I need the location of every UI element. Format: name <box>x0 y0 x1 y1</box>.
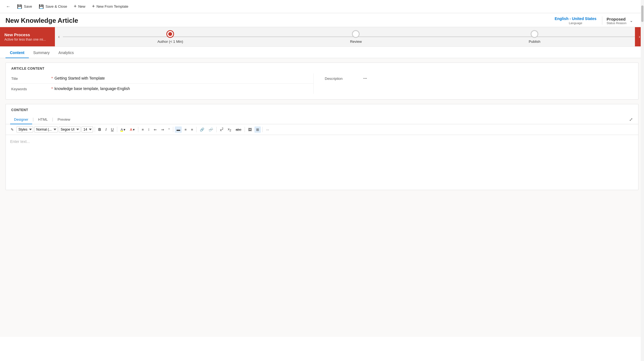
article-field-grid: Title * Getting Started with Template Ke… <box>11 73 633 94</box>
font-select[interactable]: Segoe UI <box>59 126 80 132</box>
field-keywords-required-indicator: * <box>51 86 53 91</box>
tab-content[interactable]: Content <box>5 47 29 58</box>
new-button[interactable]: + New <box>71 2 88 11</box>
blockquote-button[interactable]: “ <box>167 126 171 133</box>
process-step-review: Review <box>350 30 362 44</box>
status-section: Proposed Status Reason ⌄ <box>602 17 639 25</box>
font-color-button[interactable]: A ▾ <box>128 126 136 133</box>
field-keywords-row: Keywords * knowledge base template, lang… <box>11 84 314 94</box>
superscript-icon: x2 <box>220 127 223 132</box>
scroll-thumb[interactable] <box>641 5 643 22</box>
field-description-value[interactable]: --- <box>363 76 633 80</box>
unlink-button[interactable]: 🔗 <box>207 126 215 133</box>
indent-increase-button[interactable]: ⇒ <box>159 126 166 133</box>
align-left-icon: ≡ <box>142 128 144 132</box>
image-button[interactable]: 🖼 <box>247 126 253 133</box>
more-button[interactable]: ··· <box>264 126 271 133</box>
process-prev-button[interactable]: ‹ <box>55 27 63 46</box>
article-content-card: ARTICLE CONTENT Title * Getting Started … <box>5 63 639 100</box>
editor-tabs: Designer | HTML | Preview ⤢ <box>6 115 638 124</box>
editor-tab-preview[interactable]: Preview <box>54 115 74 124</box>
article-fields-right: Description --- <box>322 73 633 94</box>
status-chevron[interactable]: ⌄ <box>629 17 634 24</box>
main-content: ARTICLE CONTENT Title * Getting Started … <box>0 58 644 337</box>
process-steps: Author (< 1 Min) Review Publish <box>63 30 635 44</box>
bold-button[interactable]: B <box>97 126 103 133</box>
process-badge-sub: Active for less than one mi... <box>4 38 51 41</box>
styles-select[interactable]: Styles <box>16 126 33 132</box>
format-select[interactable]: Normal (... <box>34 126 58 132</box>
italic-icon: I <box>105 127 107 132</box>
new-template-icon: + <box>92 4 95 9</box>
toolbar-sep-7 <box>245 127 245 132</box>
underline-button[interactable]: U <box>109 126 115 133</box>
highlight-icon: A <box>121 128 123 132</box>
align-left-button[interactable]: ≡ <box>140 126 145 133</box>
font-color-dropdown-icon: ▾ <box>133 128 135 132</box>
editor-tab-designer[interactable]: Designer <box>10 115 32 124</box>
step-label-review: Review <box>350 40 362 44</box>
toolbar-sep-3 <box>138 127 138 132</box>
new-process-badge: New Process Active for less than one mi.… <box>0 27 55 46</box>
align-right-button[interactable]: ≡ <box>189 126 195 133</box>
toolbar-sep-1 <box>95 127 95 132</box>
save-close-button[interactable]: 💾 Save & Close <box>36 2 70 11</box>
unlink-icon: 🔗 <box>209 128 213 132</box>
link-button[interactable]: 🔗 <box>198 126 206 133</box>
field-title-value[interactable]: Getting Started with Template <box>54 76 305 80</box>
language-label: Language <box>555 21 596 25</box>
process-step-author: Author (< 1 Min) <box>157 30 183 44</box>
align-block-button[interactable]: ▬ <box>175 126 182 133</box>
page-title: New Knowledge Article <box>5 17 78 24</box>
blockquote-icon: “ <box>169 128 170 132</box>
toolbar-sep-8 <box>262 127 263 132</box>
field-title-required-indicator: * <box>51 76 53 80</box>
save-button[interactable]: 💾 Save <box>14 2 35 11</box>
editor-tab-html[interactable]: HTML <box>34 115 52 124</box>
field-keywords-value[interactable]: knowledge base template, language-Englis… <box>54 86 305 91</box>
editor-placeholder[interactable]: Enter text... <box>10 139 30 144</box>
highlight-button[interactable]: A ▾ <box>119 126 127 133</box>
scrollbar[interactable] <box>641 0 644 337</box>
list-bullet-button[interactable]: ⁞ <box>147 126 151 133</box>
process-bar: New Process Active for less than one mi.… <box>0 27 644 47</box>
strikethrough-button[interactable]: abc <box>234 126 243 133</box>
indent-decrease-button[interactable]: ⇐ <box>152 126 158 133</box>
subscript-icon: x2 <box>228 127 231 132</box>
underline-icon: U <box>111 127 114 132</box>
indent-increase-icon: ⇒ <box>161 128 164 132</box>
article-content-body: Title * Getting Started with Template Ke… <box>6 73 638 99</box>
italic-button[interactable]: I <box>104 126 108 133</box>
editor-body: Enter text... <box>6 135 638 190</box>
status-text: Proposed Status Reason <box>607 17 626 25</box>
content-section-header: CONTENT <box>6 104 638 115</box>
page-header: New Knowledge Article English - United S… <box>0 13 644 27</box>
expand-icon[interactable]: ⤢ <box>628 116 634 123</box>
brush-icon: ✎ <box>11 128 14 132</box>
table-button[interactable]: ⊞ <box>254 126 261 133</box>
back-button[interactable]: ← <box>3 2 13 12</box>
step-label-author: Author (< 1 Min) <box>157 40 183 44</box>
field-keywords-label: Keywords <box>11 86 50 91</box>
new-icon: + <box>74 4 77 9</box>
step-circle-author <box>166 30 174 38</box>
editor-tab-divider-1: | <box>33 117 34 122</box>
align-center-icon: ≡ <box>184 128 187 132</box>
strikethrough-icon: abc <box>236 128 241 132</box>
new-from-template-button[interactable]: + New From Template <box>89 2 131 11</box>
size-select[interactable]: 14 <box>82 126 93 132</box>
image-icon: 🖼 <box>248 128 252 132</box>
header-right: English - United States Language Propose… <box>549 16 639 25</box>
tab-analytics[interactable]: Analytics <box>54 47 78 58</box>
process-connector-line <box>63 36 635 37</box>
brush-button[interactable]: ✎ <box>9 126 15 133</box>
toolbar-sep-2 <box>117 127 117 132</box>
subscript-button[interactable]: x2 <box>226 126 233 133</box>
align-center-button[interactable]: ≡ <box>183 126 188 133</box>
language-link[interactable]: English - United States <box>555 16 596 21</box>
step-circle-review <box>352 30 360 38</box>
list-bullet-icon: ⁞ <box>148 128 149 132</box>
tab-summary[interactable]: Summary <box>29 47 54 58</box>
content-editor-card: CONTENT Designer | HTML | Preview ⤢ ✎ St… <box>5 104 639 190</box>
superscript-button[interactable]: x2 <box>218 126 225 133</box>
